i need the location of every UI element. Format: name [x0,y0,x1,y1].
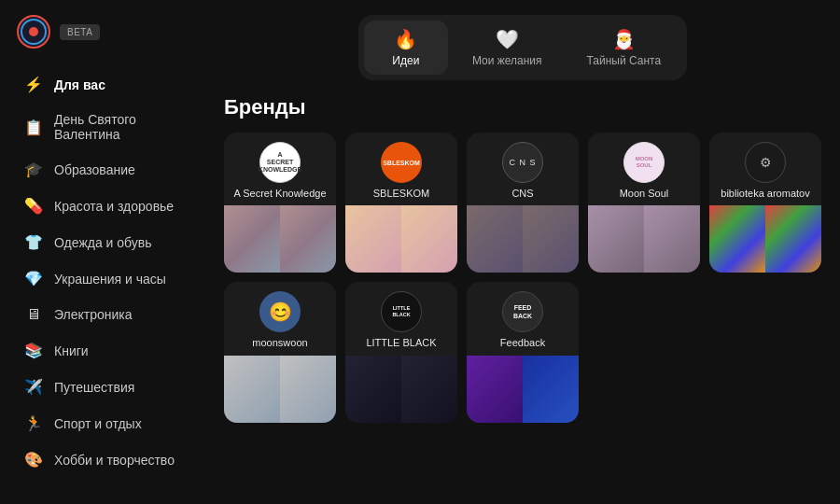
sidebar-item-beauty[interactable]: 💊 Красота и здоровье [7,189,207,223]
sidebar-item-education[interactable]: 🎓 Образование [7,152,207,187]
brands-grid: ASECRETKNOWLEDGE A Secret Knowledge SBLE… [224,133,821,423]
brand-header-cns: C N S CNS [467,133,579,205]
brand-header-moon-soul: MOONSOUL Moon Soul [588,133,700,205]
sidebar-label-education: Образование [54,162,135,177]
brand-header-a-secret: ASECRETKNOWLEDGE A Secret Knowledge [224,133,336,205]
sidebar-label-travel: Путешествия [54,380,134,395]
sidebar-nav: ⚡ Для вас 📋 День Святого Валентина 🎓 Обр… [0,67,215,477]
brand-logo-moonswoon: 😊 [259,291,301,332]
brand-header-moonswoon: 😊 moonswoon [224,282,336,355]
sidebar-label-electronics: Электроника [54,307,133,322]
brand-img-right-biblioteka [765,205,821,273]
brand-img-right-cns [523,205,579,273]
brand-card-moonswoon[interactable]: 😊 moonswoon [224,282,336,422]
brand-img-left-cns [467,205,523,273]
sidebar-icon-hobbies: 🎨 [24,451,43,469]
brand-img-right-little-black [401,356,457,423]
sidebar-icon-clothing: 👕 [24,233,43,251]
sidebar-label-valentines: День Святого Валентина [54,112,190,142]
sidebar-item-clothing[interactable]: 👕 Одежда и обувь [7,225,207,259]
sidebar-icon-valentines: 📋 [24,119,43,136]
brand-name-cns: CNS [511,187,533,200]
brand-card-a-secret[interactable]: ASECRETKNOWLEDGE A Secret Knowledge [224,133,336,273]
tab-wishlist[interactable]: 🤍 Мои желания [452,21,563,75]
santa-icon: 🎅 [612,28,636,50]
brand-card-moon-soul[interactable]: MOONSOUL Moon Soul [588,133,700,273]
tab-ideas[interactable]: 🔥 Идеи [364,21,448,75]
brand-logo-cns: C N S [502,142,543,183]
main-content: 🔥 Идеи 🤍 Мои желания 🎅 Тайный Санта Брен… [215,0,840,504]
sidebar-icon-electronics: 🖥 [24,306,43,323]
brand-header-biblioteka: ⚙ biblioteka aromatov [709,133,821,205]
brand-name-sbleskom: SBLESKOM [373,187,430,200]
brand-card-biblioteka[interactable]: ⚙ biblioteka aromatov [709,133,821,273]
logo-area: BETA [0,15,215,67]
brand-logo-biblioteka: ⚙ [745,142,786,183]
brand-img-right-feedback [523,356,579,423]
brand-name-moonswoon: moonswoon [252,336,307,349]
sidebar-icon-travel: ✈️ [24,378,43,396]
heart-icon: 🤍 [496,28,519,50]
brand-img-left-a-secret [224,205,280,273]
sidebar: BETA ⚡ Для вас 📋 День Святого Валентина … [0,0,215,504]
sidebar-icon-jewelry: 💎 [24,270,43,287]
brand-image-biblioteka [709,205,821,273]
brand-img-left-moonswoon [224,356,280,423]
beta-badge: BETA [60,24,100,40]
tab-santa[interactable]: 🎅 Тайный Санта [567,21,682,75]
sidebar-label-beauty: Красота и здоровье [54,199,174,214]
brand-logo-a-secret: ASECRETKNOWLEDGE [259,142,301,183]
sidebar-label-books: Книги [54,343,89,358]
brand-card-little-black[interactable]: LITTLEBLACK LITTLE BLACK [345,282,457,422]
brand-img-left-moon-soul [588,205,644,273]
sidebar-icon-books: 📚 [24,342,43,359]
sidebar-icon-sport: 🏃 [24,414,43,432]
sidebar-item-jewelry[interactable]: 💎 Украшения и часы [7,261,207,296]
sidebar-item-electronics[interactable]: 🖥 Электроника [7,298,207,331]
brand-image-moon-soul [588,205,700,273]
brand-image-cns [467,205,579,273]
sidebar-item-for-you[interactable]: ⚡ Для вас [7,67,207,102]
tab-wishlist-label: Мои желания [472,54,542,67]
brand-img-left-sbleskom [345,205,401,273]
brand-img-left-feedback [467,356,523,423]
sidebar-icon-for-you: ⚡ [24,76,43,93]
brand-logo-little-black: LITTLEBLACK [381,291,422,332]
brand-name-a-secret: A Secret Knowledge [233,187,326,200]
brand-image-moonswoon [224,356,336,423]
logo-ring [21,19,47,45]
sidebar-item-sport[interactable]: 🏃 Спорт и отдых [7,406,207,441]
brand-header-feedback: FEEDBACK Feedback [467,282,579,355]
brand-name-little-black: LITTLE BLACK [366,336,436,349]
brand-card-cns[interactable]: C N S CNS [467,133,579,273]
sidebar-label-jewelry: Украшения и часы [54,272,166,287]
brand-name-biblioteka: biblioteka aromatov [721,187,809,200]
sidebar-label-for-you: Для вас [54,77,105,92]
brand-name-moon-soul: Moon Soul [620,187,669,200]
brand-image-little-black [345,356,457,423]
brand-card-sbleskom[interactable]: SBLESKOM SBLESKOM [345,133,457,273]
brand-img-right-sbleskom [401,205,457,273]
sidebar-item-books[interactable]: 📚 Книги [7,333,207,368]
brand-logo-feedback: FEEDBACK [502,291,543,332]
brand-header-sbleskom: SBLESKOM SBLESKOM [345,133,457,205]
brand-card-feedback[interactable]: FEEDBACK Feedback [467,282,579,422]
sidebar-item-travel[interactable]: ✈️ Путешествия [7,370,207,404]
tab-ideas-label: Идеи [392,54,419,67]
sidebar-item-hobbies[interactable]: 🎨 Хобби и творчество [7,442,207,477]
flame-icon: 🔥 [394,28,417,50]
sidebar-label-sport: Спорт и отдых [54,416,142,431]
sidebar-item-valentines[interactable]: 📋 День Святого Валентина [7,104,207,150]
brand-name-feedback: Feedback [500,336,545,349]
section-title: Бренды [224,95,821,119]
sidebar-label-clothing: Одежда и обувь [54,235,152,250]
brand-img-left-little-black [345,356,401,423]
brand-image-a-secret [224,205,336,273]
brand-logo-sbleskom: SBLESKOM [381,142,422,183]
brand-image-sbleskom [345,205,457,273]
brand-img-right-a-secret [280,205,336,273]
brand-logo-moon-soul: MOONSOUL [623,142,665,183]
tab-group: 🔥 Идеи 🤍 Мои желания 🎅 Тайный Санта [358,15,687,80]
logo-mark [17,15,50,49]
sidebar-icon-education: 🎓 [24,161,43,178]
